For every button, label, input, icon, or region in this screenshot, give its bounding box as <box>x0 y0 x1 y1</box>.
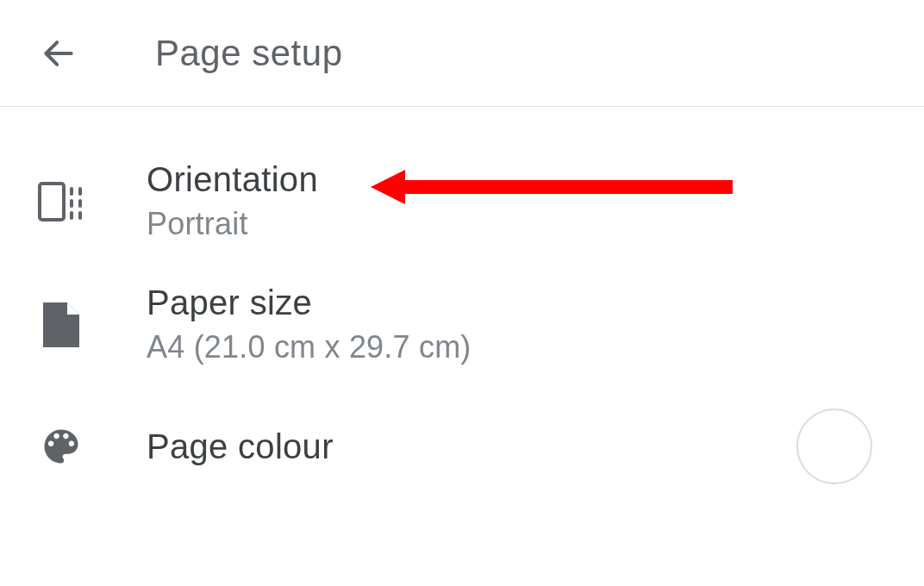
page-colour-swatch[interactable] <box>796 408 872 484</box>
paper-size-icon <box>36 302 86 347</box>
svg-rect-0 <box>40 184 64 220</box>
setting-text-block: Orientation Portrait <box>147 160 890 242</box>
paper-size-label: Paper size <box>147 284 890 322</box>
setting-page-colour[interactable]: Page colour <box>0 386 924 507</box>
arrow-left-icon <box>40 34 78 72</box>
setting-text-block: Paper size A4 (21.0 cm x 29.7 cm) <box>147 284 890 365</box>
setting-text-block: Page colour <box>147 427 796 466</box>
palette-icon <box>36 424 86 469</box>
settings-list: Orientation Portrait Paper size A4 (21.0… <box>0 107 924 507</box>
page-title: Page setup <box>155 33 343 74</box>
page-colour-label: Page colour <box>147 427 796 466</box>
orientation-value: Portrait <box>147 206 890 242</box>
orientation-label: Orientation <box>147 160 890 199</box>
back-button[interactable] <box>38 33 79 74</box>
orientation-icon <box>36 181 86 222</box>
paper-size-value: A4 (21.0 cm x 29.7 cm) <box>147 329 890 365</box>
setting-orientation[interactable]: Orientation Portrait <box>0 140 924 263</box>
header-bar: Page setup <box>0 0 924 107</box>
setting-paper-size[interactable]: Paper size A4 (21.0 cm x 29.7 cm) <box>0 263 924 386</box>
